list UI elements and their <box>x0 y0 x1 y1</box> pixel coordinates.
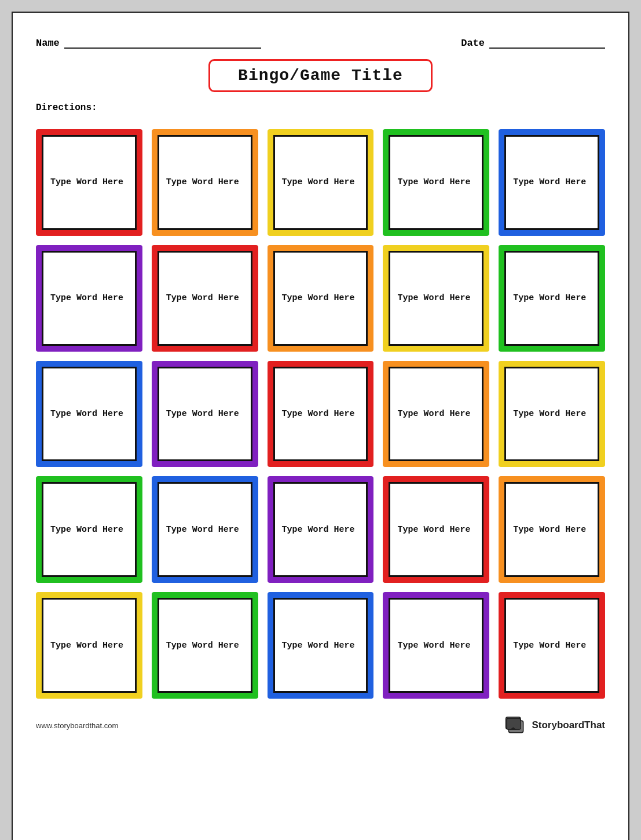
bingo-card-text-9: Type Word Here <box>504 251 599 346</box>
bingo-title[interactable]: Bingo/Game Title <box>208 59 433 92</box>
date-field: Date <box>461 36 605 49</box>
bingo-card-21[interactable]: Type Word Here <box>152 592 258 699</box>
bingo-card-10[interactable]: Type Word Here <box>36 361 142 468</box>
bingo-card-text-4: Type Word Here <box>504 135 599 230</box>
bingo-card-text-5: Type Word Here <box>42 251 137 346</box>
bingo-card-17[interactable]: Type Word Here <box>268 476 374 583</box>
bingo-card-text-12: Type Word Here <box>273 367 368 462</box>
bingo-card-text-13: Type Word Here <box>389 367 484 462</box>
bingo-card-text-20: Type Word Here <box>42 598 137 693</box>
directions-label: Directions: <box>36 103 605 113</box>
bingo-card-3[interactable]: Type Word Here <box>383 129 489 236</box>
bingo-card-5[interactable]: Type Word Here <box>36 245 142 352</box>
bingo-card-text-23: Type Word Here <box>389 598 484 693</box>
bingo-card-9[interactable]: Type Word Here <box>499 245 605 352</box>
date-label: Date <box>461 38 485 49</box>
bingo-card-11[interactable]: Type Word Here <box>152 361 258 468</box>
bingo-card-0[interactable]: Type Word Here <box>36 129 142 236</box>
footer-brand: StoryboardThat <box>505 716 605 735</box>
storyboardthat-icon <box>505 716 527 735</box>
bingo-card-text-19: Type Word Here <box>504 482 599 577</box>
bingo-card-text-22: Type Word Here <box>273 598 368 693</box>
bingo-grid: Type Word HereType Word HereType Word He… <box>36 129 605 699</box>
bingo-card-text-14: Type Word Here <box>504 367 599 462</box>
bingo-card-7[interactable]: Type Word Here <box>268 245 374 352</box>
bingo-card-6[interactable]: Type Word Here <box>152 245 258 352</box>
bingo-card-text-18: Type Word Here <box>389 482 484 577</box>
bingo-card-12[interactable]: Type Word Here <box>268 361 374 468</box>
bingo-card-text-8: Type Word Here <box>389 251 484 346</box>
name-line <box>64 36 261 49</box>
name-field: Name <box>36 36 261 49</box>
bingo-card-4[interactable]: Type Word Here <box>499 129 605 236</box>
bingo-card-2[interactable]: Type Word Here <box>268 129 374 236</box>
bingo-card-23[interactable]: Type Word Here <box>383 592 489 699</box>
bingo-card-18[interactable]: Type Word Here <box>383 476 489 583</box>
title-container: Bingo/Game Title <box>36 59 605 92</box>
bingo-card-text-7: Type Word Here <box>273 251 368 346</box>
brand-name: StoryboardThat <box>532 720 605 731</box>
date-line <box>489 36 605 49</box>
bingo-card-text-15: Type Word Here <box>42 482 137 577</box>
bingo-card-1[interactable]: Type Word Here <box>152 129 258 236</box>
bingo-card-text-10: Type Word Here <box>42 367 137 462</box>
bingo-card-text-24: Type Word Here <box>504 598 599 693</box>
bingo-card-text-0: Type Word Here <box>42 135 137 230</box>
bingo-card-text-3: Type Word Here <box>389 135 484 230</box>
bingo-card-text-11: Type Word Here <box>157 367 252 462</box>
bingo-card-text-16: Type Word Here <box>157 482 252 577</box>
bingo-card-19[interactable]: Type Word Here <box>499 476 605 583</box>
bingo-page: Name Date Bingo/Game Title Directions: T… <box>12 12 629 840</box>
header-row: Name Date <box>36 36 605 49</box>
bingo-card-24[interactable]: Type Word Here <box>499 592 605 699</box>
bingo-card-16[interactable]: Type Word Here <box>152 476 258 583</box>
footer-url: www.storyboardthat.com <box>36 721 118 730</box>
bingo-card-14[interactable]: Type Word Here <box>499 361 605 468</box>
bingo-card-13[interactable]: Type Word Here <box>383 361 489 468</box>
bingo-card-text-17: Type Word Here <box>273 482 368 577</box>
footer: www.storyboardthat.com StoryboardThat <box>36 716 605 735</box>
bingo-card-text-1: Type Word Here <box>157 135 252 230</box>
bingo-card-22[interactable]: Type Word Here <box>268 592 374 699</box>
bingo-card-8[interactable]: Type Word Here <box>383 245 489 352</box>
bingo-card-text-2: Type Word Here <box>273 135 368 230</box>
bingo-card-15[interactable]: Type Word Here <box>36 476 142 583</box>
bingo-card-text-21: Type Word Here <box>157 598 252 693</box>
bingo-card-text-6: Type Word Here <box>157 251 252 346</box>
name-label: Name <box>36 38 60 49</box>
bingo-card-20[interactable]: Type Word Here <box>36 592 142 699</box>
